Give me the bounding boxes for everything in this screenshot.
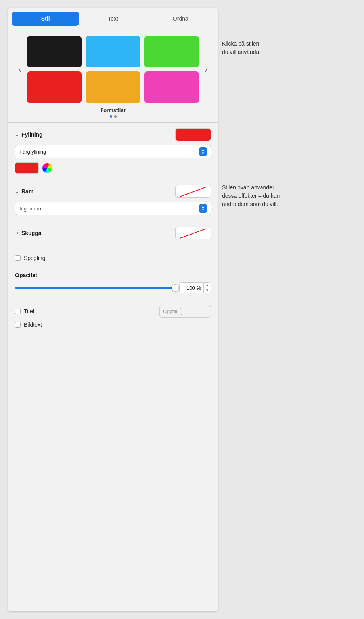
border-dropdown[interactable]: Ingen ram ▲ ▼ [15,202,211,215]
opacity-label: Opacitet [15,272,211,278]
fill-dropdown-value: Färgfyllning [19,149,46,155]
next-arrow[interactable]: › [201,65,212,74]
slider-row: 100 % ▲ ▼ [15,282,211,293]
opacity-section: Opacitet 100 % ▲ ▼ [8,267,218,300]
callout-bottom: Stilen ovan använder dessa effekter – du… [222,183,280,208]
style-thumb-blue[interactable] [86,36,140,67]
style-thumb-red[interactable] [27,71,82,103]
shadow-header: ⌄ Skugga [15,227,211,239]
tab-stil[interactable]: Stil [12,12,79,26]
border-down-arrow: ▼ [201,209,205,212]
border-up-arrow: ▲ [201,205,205,208]
callouts: Klicka på stilen du vill använda. Stilen… [218,8,280,208]
fill-title: Fyllning [21,131,43,138]
tab-text[interactable]: Text [79,12,146,26]
opacity-value: 100 % [180,285,203,291]
fill-title-row: ⌄ Fyllning [15,131,43,138]
opacity-stepper-down[interactable]: ▼ [204,288,211,293]
dot-2[interactable] [114,115,117,118]
fill-dropdown-arrows: ▲ ▼ [199,147,207,156]
border-header: ⌄ Ram [15,185,211,198]
opacity-slider-thumb[interactable] [172,284,179,291]
border-preview[interactable] [175,185,211,198]
style-grid [25,36,201,103]
fill-header: ⌄ Fyllning [15,128,211,141]
title-position-arrow: ⌃⌄ [180,307,183,316]
fill-down-arrow: ▼ [201,152,205,155]
fill-color-preview [176,129,211,141]
border-section: ⌄ Ram Ingen ram ▲ ▼ [8,179,218,221]
shadow-title: Skugga [21,230,42,236]
title-caption-section: Titel Upptill ⌃⌄ Bildtext [8,300,218,333]
border-preview-line [176,185,211,197]
caption-row: Bildtext [15,322,211,328]
fill-up-arrow: ▲ [201,148,205,152]
reflection-label: Spegling [24,255,46,261]
shadow-section: ⌄ Skugga [8,221,218,249]
style-thumb-black[interactable] [27,36,82,67]
fill-chevron[interactable]: ⌄ [15,132,19,137]
styles-nav: ‹ › [14,36,212,103]
styles-section: ‹ › Formstilar [8,29,218,122]
dot-1[interactable] [110,115,112,118]
tab-bar: Stil Text Ordna [8,8,218,29]
opacity-stepper-up[interactable]: ▲ [204,283,211,288]
fill-preview[interactable] [175,128,211,141]
style-thumb-orange[interactable] [86,71,140,103]
shadow-preview-line [176,227,211,239]
reflection-checkbox[interactable] [15,255,21,261]
caption-checkbox[interactable] [15,322,21,328]
tab-ordna[interactable]: Ordna [147,12,214,26]
border-chevron[interactable]: ⌄ [15,189,19,194]
title-checkbox[interactable] [15,309,21,314]
prev-arrow[interactable]: ‹ [14,65,25,74]
border-title: Ram [21,188,33,195]
title-label: Titel [24,308,34,314]
page-dots [14,115,212,118]
border-title-row: ⌄ Ram [15,188,33,195]
style-thumb-green[interactable] [144,36,199,67]
opacity-value-box: 100 % ▲ ▼ [179,282,211,293]
shadow-chevron[interactable]: ⌄ [14,231,20,235]
title-position-value: Upptill [163,309,177,314]
border-dropdown-value: Ingen ram [19,206,43,212]
style-section-label: Formstilar [14,107,212,113]
callout-top: Klicka på stilen du vill använda. [222,40,280,56]
color-swatch[interactable] [15,162,39,174]
inspector-panel: Stil Text Ordna ‹ › Formstilar [8,8,218,611]
fill-dropdown[interactable]: Färgfyllning ▲ ▼ [15,145,211,158]
title-position-dropdown[interactable]: Upptill ⌃⌄ [159,305,211,318]
reflection-row: Spegling [8,249,218,267]
shadow-title-row: ⌄ Skugga [15,230,42,236]
fill-section: ⌄ Fyllning Färgfyllning ▲ ▼ [8,123,218,179]
opacity-slider-track[interactable] [15,287,175,289]
border-dropdown-arrows: ▲ ▼ [199,204,207,213]
opacity-stepper: ▲ ▼ [203,283,211,293]
style-thumb-pink[interactable] [144,71,199,103]
title-row: Titel Upptill ⌃⌄ [15,305,211,318]
divider-7 [8,333,218,333]
color-row [15,162,211,174]
color-wheel[interactable] [42,163,52,173]
caption-label: Bildtext [24,322,42,328]
shadow-preview[interactable] [175,227,211,239]
